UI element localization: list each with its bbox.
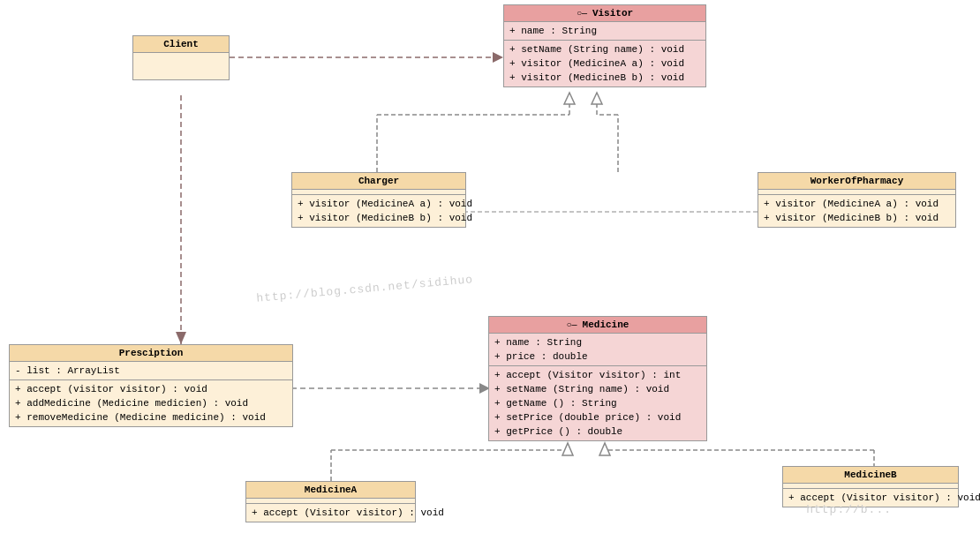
medicine-method-3: + setPrice (double price) : void bbox=[494, 410, 701, 425]
client-section bbox=[133, 53, 229, 79]
charger-name: Charger bbox=[358, 176, 399, 186]
class-medicineA: MedicineA + accept (Visitor visitor) : v… bbox=[245, 481, 416, 522]
client-header: Client bbox=[133, 36, 229, 53]
visitor-method-1: + visitor (MedicineA a) : void bbox=[509, 56, 700, 71]
class-visitor: ○— Visitor + name : String + setName (St… bbox=[503, 4, 706, 87]
medicineB-name: MedicineB bbox=[844, 470, 896, 480]
visitor-attributes: + name : String bbox=[504, 22, 705, 41]
class-charger: Charger + visitor (MedicineA a) : void +… bbox=[291, 172, 466, 228]
charger-methods: + visitor (MedicineA a) : void + visitor… bbox=[292, 195, 465, 227]
client-name: Client bbox=[163, 39, 199, 49]
presciption-method-0: + accept (visitor visitor) : void bbox=[15, 382, 287, 396]
medicine-attr-0: + name : String bbox=[494, 335, 701, 349]
visitor-method-0: + setName (String name) : void bbox=[509, 42, 700, 56]
charger-header: Charger bbox=[292, 173, 465, 190]
medicine-method-1: + setName (String name) : void bbox=[494, 382, 701, 396]
watermark2: http://b... bbox=[806, 503, 892, 516]
presciption-attributes: - list : ArrayList bbox=[10, 362, 292, 380]
medicineA-method-0: + accept (Visitor visitor) : void bbox=[252, 506, 410, 520]
visitor-header: ○— Visitor bbox=[504, 5, 705, 22]
svg-marker-3 bbox=[493, 52, 503, 63]
svg-marker-7 bbox=[564, 93, 575, 104]
visitor-method-2: + visitor (MedicineB b) : void bbox=[509, 71, 700, 85]
svg-marker-22 bbox=[599, 443, 610, 455]
medicine-attributes: + name : String + price : double bbox=[489, 334, 706, 366]
medicine-method-2: + getName () : String bbox=[494, 396, 701, 410]
svg-marker-1 bbox=[176, 332, 186, 344]
worker-method-0: + visitor (MedicineA a) : void bbox=[764, 197, 950, 211]
visitor-attr-0: + name : String bbox=[509, 24, 700, 38]
medicineB-header: MedicineB bbox=[783, 467, 958, 484]
svg-marker-18 bbox=[562, 443, 573, 455]
presciption-attr-0: - list : ArrayList bbox=[15, 364, 287, 378]
watermark: http://blog.csdn.net/sidihuo bbox=[256, 273, 474, 304]
class-presciption: Presciption - list : ArrayList + accept … bbox=[9, 344, 293, 427]
svg-marker-11 bbox=[592, 93, 602, 104]
medicine-method-4: + getPrice () : double bbox=[494, 425, 701, 439]
class-medicineB: MedicineB + accept (Visitor visitor) : v… bbox=[782, 466, 959, 507]
medicine-header: ○— Medicine bbox=[489, 317, 706, 334]
visitor-name: Visitor bbox=[592, 8, 633, 19]
diagram-canvas: Client ○— Visitor + name : String + setN… bbox=[0, 0, 980, 556]
charger-method-0: + visitor (MedicineA a) : void bbox=[298, 197, 460, 211]
medicine-interface-marker: ○— bbox=[567, 320, 583, 330]
presciption-method-1: + addMedicine (Medicine medicien) : void bbox=[15, 396, 287, 410]
visitor-methods: + setName (String name) : void + visitor… bbox=[504, 41, 705, 86]
class-medicine: ○— Medicine + name : String + price : do… bbox=[488, 316, 707, 441]
worker-name: WorkerOfPharmacy bbox=[810, 176, 904, 186]
presciption-header: Presciption bbox=[10, 345, 292, 362]
presciption-methods: + accept (visitor visitor) : void + addM… bbox=[10, 380, 292, 426]
class-client: Client bbox=[132, 35, 230, 80]
medicineA-methods: + accept (Visitor visitor) : void bbox=[246, 504, 415, 522]
charger-method-1: + visitor (MedicineB b) : void bbox=[298, 211, 460, 225]
medicine-methods: + accept (Visitor visitor) : int + setNa… bbox=[489, 366, 706, 440]
medicine-name: Medicine bbox=[583, 319, 629, 330]
medicineA-header: MedicineA bbox=[246, 482, 415, 499]
worker-method-1: + visitor (MedicineB b) : void bbox=[764, 211, 950, 225]
medicine-attr-1: + price : double bbox=[494, 349, 701, 364]
medicineA-name: MedicineA bbox=[305, 485, 357, 495]
presciption-name: Presciption bbox=[119, 348, 184, 358]
worker-methods: + visitor (MedicineA a) : void + visitor… bbox=[758, 195, 955, 227]
presciption-method-2: + removeMedicine (Medicine medicine) : v… bbox=[15, 410, 287, 425]
visitor-interface-marker: ○— bbox=[577, 9, 592, 19]
class-worker: WorkerOfPharmacy + visitor (MedicineA a)… bbox=[758, 172, 956, 228]
medicine-method-0: + accept (Visitor visitor) : int bbox=[494, 368, 701, 382]
worker-header: WorkerOfPharmacy bbox=[758, 173, 955, 190]
